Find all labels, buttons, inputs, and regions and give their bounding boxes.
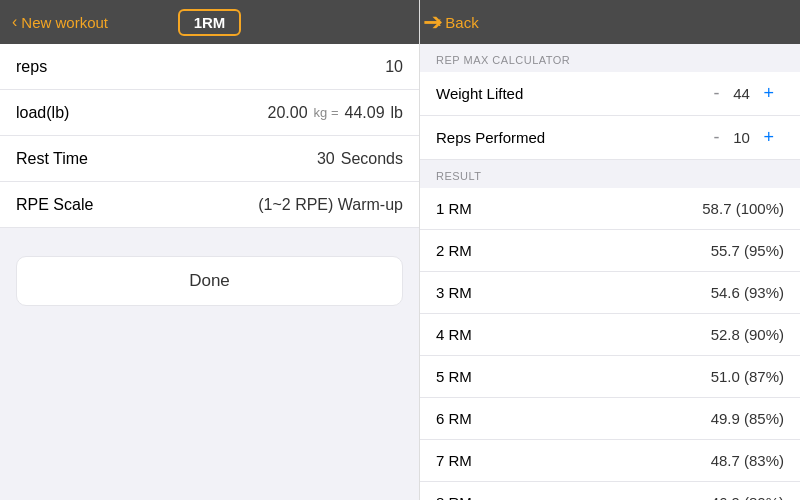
right-content: REP MAX CALCULATOR Weight Lifted - 44 + … <box>420 44 800 500</box>
rpe-scale-label: RPE Scale <box>16 196 258 214</box>
left-panel: ‹ New workout 1RM ➔ reps 10 load(lb) 20.… <box>0 0 420 500</box>
result-row: 7 RM48.7 (83%) <box>420 440 800 482</box>
weight-lifted-label: Weight Lifted <box>436 85 703 102</box>
result-row: 8 RM46.9 (80%) <box>420 482 800 500</box>
seconds-unit-label: Seconds <box>341 150 403 168</box>
result-row-label: 5 RM <box>436 368 711 385</box>
load-lb-value: 44.09 <box>345 104 385 122</box>
kg-label: kg = <box>314 105 339 120</box>
result-row-value: 48.7 (83%) <box>711 452 784 469</box>
result-row-label: 8 RM <box>436 494 711 500</box>
reps-minus-button[interactable]: - <box>703 127 729 148</box>
weight-plus-button[interactable]: + <box>753 83 784 104</box>
right-panel: ‹ Back REP MAX CALCULATOR Weight Lifted … <box>420 0 800 500</box>
reps-performed-row: Reps Performed - 10 + <box>420 116 800 160</box>
result-section-title: RESULT <box>420 160 800 188</box>
result-row-label: 1 RM <box>436 200 702 217</box>
result-row: 3 RM54.6 (93%) <box>420 272 800 314</box>
result-row-value: 49.9 (85%) <box>711 410 784 427</box>
result-row-value: 46.9 (80%) <box>711 494 784 500</box>
result-row: 6 RM49.9 (85%) <box>420 398 800 440</box>
load-label: load(lb) <box>16 104 268 122</box>
result-row-value: 52.8 (90%) <box>711 326 784 343</box>
done-button-container: Done <box>0 244 419 318</box>
rpe-scale-row: RPE Scale (1~2 RPE) Warm-up <box>0 182 419 228</box>
reps-plus-button[interactable]: + <box>753 127 784 148</box>
rest-time-row: Rest Time 30 Seconds <box>0 136 419 182</box>
back-label: Back <box>445 14 478 31</box>
section-gap <box>0 228 419 244</box>
result-row: 1 RM58.7 (100%) <box>420 188 800 230</box>
result-row: 5 RM51.0 (87%) <box>420 356 800 398</box>
calculator-section-title: REP MAX CALCULATOR <box>420 44 800 72</box>
chevron-left-icon: ‹ <box>12 13 17 31</box>
result-row-label: 4 RM <box>436 326 711 343</box>
lb-unit-label: lb <box>391 104 403 122</box>
new-workout-label: New workout <box>21 14 108 31</box>
right-header: ‹ Back <box>420 0 800 44</box>
result-row-value: 55.7 (95%) <box>711 242 784 259</box>
result-row: 4 RM52.8 (90%) <box>420 314 800 356</box>
result-row: 2 RM55.7 (95%) <box>420 230 800 272</box>
arrow-right-icon: ➔ <box>423 8 443 36</box>
result-row-value: 51.0 (87%) <box>711 368 784 385</box>
new-workout-back-button[interactable]: ‹ New workout <box>12 13 108 31</box>
done-button[interactable]: Done <box>16 256 403 306</box>
rpe-scale-value: (1~2 RPE) Warm-up <box>258 196 403 214</box>
left-content: reps 10 load(lb) 20.00 kg = 44.09 lb Res… <box>0 44 419 500</box>
result-row-label: 6 RM <box>436 410 711 427</box>
result-row-value: 54.6 (93%) <box>711 284 784 301</box>
result-row-value: 58.7 (100%) <box>702 200 784 217</box>
reps-row: reps 10 <box>0 44 419 90</box>
load-kg-value: 20.00 <box>268 104 308 122</box>
rest-time-value: 30 <box>317 150 335 168</box>
reps-performed-label: Reps Performed <box>436 129 703 146</box>
reps-value: 10 <box>385 58 403 76</box>
result-row-label: 2 RM <box>436 242 711 259</box>
result-rows-container: 1 RM58.7 (100%)2 RM55.7 (95%)3 RM54.6 (9… <box>420 188 800 500</box>
result-row-label: 3 RM <box>436 284 711 301</box>
left-header: ‹ New workout 1RM ➔ <box>0 0 419 44</box>
weight-lifted-value: 44 <box>729 85 753 102</box>
reps-label: reps <box>16 58 385 76</box>
one-rm-badge[interactable]: 1RM <box>178 9 242 36</box>
reps-performed-value: 10 <box>729 129 753 146</box>
load-row: load(lb) 20.00 kg = 44.09 lb <box>0 90 419 136</box>
result-row-label: 7 RM <box>436 452 711 469</box>
rest-time-label: Rest Time <box>16 150 317 168</box>
weight-lifted-row: Weight Lifted - 44 + <box>420 72 800 116</box>
weight-minus-button[interactable]: - <box>703 83 729 104</box>
